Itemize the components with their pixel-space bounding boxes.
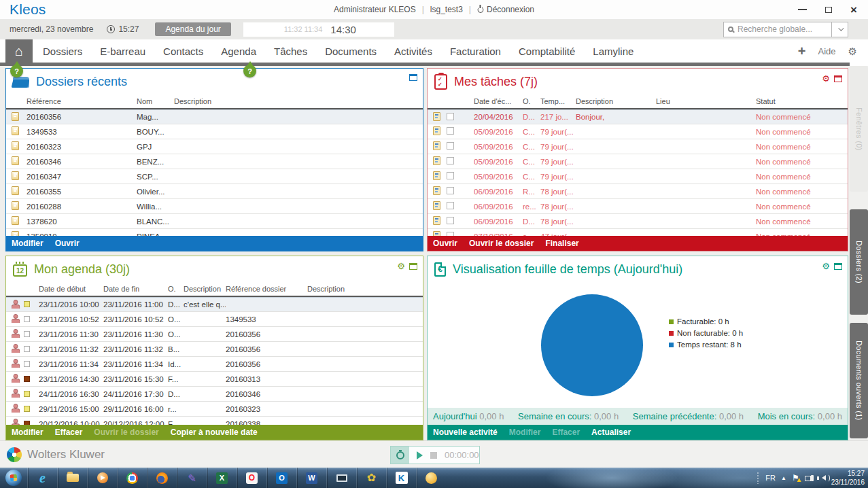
table-row[interactable]: 1349533 BOUY... [6,124,423,139]
table-row[interactable]: 24/11/2016 16:30 24/11/2016 17:30 D... 2… [6,387,423,402]
opera-icon[interactable]: O [237,468,266,488]
nav-item[interactable]: Tâches [274,46,307,57]
column-header-lieu[interactable]: Lieu [656,97,756,105]
tray-expand-icon[interactable]: ▲ [781,475,786,481]
help-balloon-taches[interactable]: ? [243,65,256,77]
settings-gear-icon[interactable]: ⚙ [848,46,857,56]
nav-item[interactable]: Contacts [163,46,203,57]
action-button[interactable]: Modifier [12,428,44,437]
table-row[interactable]: 06/09/2016 D... 78 jour(... Non commencé [428,214,848,229]
nav-item[interactable]: Lamyline [593,46,633,57]
help-button[interactable]: Aide [818,46,836,56]
username[interactable]: lsg_test3 [430,5,463,14]
column-header-nom[interactable]: Nom [137,97,174,105]
nav-item[interactable]: Agenda [221,46,256,57]
nav-item[interactable]: E-barreau [100,46,145,57]
add-new-icon[interactable]: + [798,44,806,58]
table-row[interactable]: 23/11/2016 11:34 23/11/2016 11:34 Id... … [6,357,423,372]
remote-desktop-icon[interactable] [326,468,356,488]
nav-item[interactable]: Activités [394,46,432,57]
help-balloon-home[interactable]: ? [10,65,23,77]
tray-clock[interactable]: 15:27 23/11/2016 [831,469,865,487]
table-row[interactable]: 20160356 Mag... [6,109,423,124]
maximize-icon[interactable] [834,75,842,82]
sidebar-tab-dossiers[interactable]: Dossiers (2) [850,209,868,315]
task-checkbox[interactable] [447,172,454,179]
task-checkbox[interactable] [447,217,454,224]
search-dropdown-button[interactable] [832,22,848,37]
network-icon[interactable] [805,474,814,481]
column-header-date-fin[interactable]: Date de fin [103,285,168,293]
keepass-icon[interactable]: ✿ [356,468,386,488]
sidebar-tab-documents-ouverts[interactable]: Documents ouverts (1) [850,323,868,438]
action-button[interactable]: Ouvrir le dossier [94,428,158,437]
action-button[interactable]: Ouvrir le dossier [469,239,534,248]
column-header-temps[interactable]: Temp... [540,97,576,105]
table-row[interactable]: 20160346 BENZ... [6,154,423,169]
stopwatch-button[interactable] [391,447,409,464]
table-row[interactable]: 23/11/2016 11:32 23/11/2016 11:32 B... 2… [6,342,423,357]
logout-button[interactable]: Déconnexion [477,5,534,14]
action-button[interactable]: Actualiser [591,428,631,437]
media-player-icon[interactable]: ▶ [87,468,117,488]
action-button[interactable]: Finaliser [545,239,578,248]
action-button[interactable]: Nouvelle activité [433,428,498,437]
maximize-icon[interactable] [834,263,842,270]
nav-item[interactable]: Facturation [450,46,501,57]
agenda-du-jour-button[interactable]: Agenda du jour [155,22,230,36]
word-icon[interactable]: W [296,468,326,488]
column-header-description2[interactable]: Description [307,285,423,293]
panel-settings-gear-icon[interactable]: ⚙ [397,262,405,271]
nav-item[interactable]: Documents [325,46,377,57]
column-header-description[interactable]: Description [576,97,656,105]
nav-item[interactable]: Comptabilité [519,46,575,57]
table-row[interactable]: 07/10/2016 c... 47 jour(... Non commencé [428,229,848,236]
table-row[interactable]: 20160323 GPJ [6,139,423,154]
table-row[interactable]: 23/11/2016 10:52 23/11/2016 10:52 O... 1… [6,312,423,327]
action-center-flag-icon[interactable]: ⚑ [792,474,799,482]
table-row[interactable]: 05/09/2016 C... 79 jour(... Non commencé [428,139,848,154]
internet-explorer-icon[interactable]: e [27,468,57,488]
action-button[interactable]: Ouvrir [433,239,457,248]
column-header-reference-dossier[interactable]: Référence dossier [226,285,307,293]
sidebar-tab-fenetres[interactable]: Fenêtres (0) [850,66,868,192]
minimize-icon[interactable] [798,9,807,10]
table-row[interactable]: 06/09/2016 re... 78 jour(... Non commenc… [428,199,848,214]
language-indicator[interactable]: FR [765,474,776,482]
task-checkbox[interactable] [447,142,454,150]
column-header-description[interactable]: Description [184,285,226,293]
search-box[interactable] [723,22,832,37]
table-row[interactable]: 23/11/2016 11:30 23/11/2016 11:30 O... 2… [6,327,423,342]
table-row[interactable]: 20160347 SCP... [6,169,423,184]
table-row[interactable]: 05/09/2016 C... 79 jour(... Non commencé [428,124,848,139]
table-row[interactable]: 1378620 BLANC... [6,214,423,229]
action-button[interactable]: Modifier [12,239,44,248]
task-checkbox[interactable] [447,157,454,164]
table-row[interactable]: 1350019 PINEA [6,229,423,236]
chrome-icon[interactable] [117,468,147,488]
firefox-icon[interactable] [147,468,177,488]
table-row[interactable]: 05/09/2016 C... 79 jour(... Non commencé [428,154,848,169]
restore-icon[interactable] [825,7,832,13]
speaker-icon[interactable] [819,475,826,481]
column-header-statut[interactable]: Statut [756,97,848,105]
table-row[interactable]: 23/11/2016 14:30 23/11/2016 15:30 F... 2… [6,372,423,387]
table-row[interactable]: 20/12/2016 10:00 20/12/2016 12:00 F... 2… [6,417,423,425]
stop-icon[interactable] [430,452,437,459]
column-header-o[interactable]: O. [168,285,184,293]
day-timeline[interactable]: 11:32 11:34 14:30 [243,22,394,37]
action-button[interactable]: Effacer [55,428,83,437]
nav-item[interactable]: Dossiers [43,46,82,57]
action-button[interactable]: Modifier [509,428,541,437]
kleos-taskbar-icon[interactable]: K [386,468,416,488]
start-button[interactable] [0,468,27,488]
file-explorer-icon[interactable] [57,468,87,488]
task-checkbox[interactable] [447,202,454,209]
column-header-reference[interactable]: Référence [27,97,137,105]
column-header-date[interactable]: Date d'éc... [474,97,523,105]
task-checkbox[interactable] [447,127,454,135]
paint-icon[interactable]: ✎ [177,468,207,488]
table-row[interactable]: 23/11/2016 10:00 23/11/2016 11:00 D... c… [6,297,423,312]
task-checkbox[interactable] [447,113,454,120]
search-input[interactable] [737,24,819,34]
